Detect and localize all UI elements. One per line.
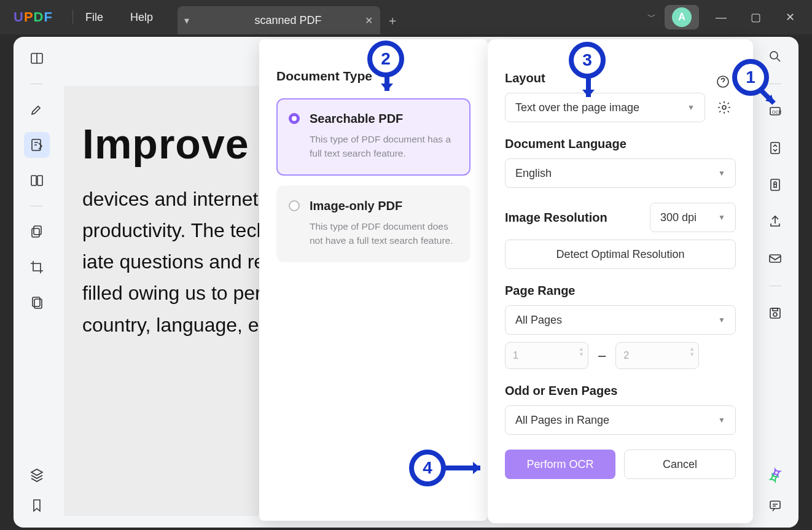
perform-ocr-button[interactable]: Perform OCR — [505, 450, 615, 479]
odd-even-label: Odd or Even Pages — [505, 384, 736, 398]
duplicate-tool-icon[interactable] — [24, 219, 50, 244]
layout-select[interactable]: Text over the page image▼ — [505, 93, 705, 122]
svg-rect-17 — [773, 308, 778, 311]
share-icon[interactable] — [763, 209, 787, 234]
svg-rect-5 — [32, 228, 39, 237]
right-toolbar-bottom — [757, 467, 794, 515]
language-select[interactable]: English▼ — [505, 158, 736, 188]
tab-bar: ▾ scanned PDF ✕ ＋ — [178, 0, 405, 34]
radio-icon — [289, 200, 300, 211]
spinner-icon: ▲▼ — [579, 346, 584, 357]
help-icon[interactable] — [711, 70, 735, 93]
svg-rect-18 — [770, 501, 780, 509]
left-toolbar — [18, 45, 55, 316]
svg-rect-13 — [774, 184, 776, 187]
searchable-pdf-option[interactable]: Searchable PDF This type of PDF document… — [276, 98, 470, 176]
tab-scanned-pdf[interactable]: scanned PDF ✕ — [196, 6, 380, 34]
highlight-tool-icon[interactable] — [24, 96, 50, 122]
avatar: A — [672, 7, 692, 27]
svg-rect-2 — [31, 176, 36, 185]
odd-even-select[interactable]: All Pages in Range▼ — [505, 405, 736, 435]
comment-icon[interactable] — [768, 498, 783, 515]
crop-tool-icon[interactable] — [24, 254, 50, 280]
svg-rect-12 — [771, 179, 779, 190]
ocr-panel: Layout Text over the page image▼ Documen… — [488, 39, 753, 523]
maximize-button[interactable]: ▢ — [738, 0, 773, 34]
svg-point-20 — [722, 106, 726, 109]
cancel-button[interactable]: Cancel — [624, 450, 736, 479]
layers-icon[interactable] — [29, 467, 44, 485]
save-icon[interactable] — [763, 301, 787, 325]
window-controls: ﹀ A — ▢ ✕ — [639, 0, 812, 34]
detect-resolution-button[interactable]: Detect Optimal Resolution — [505, 240, 736, 269]
chevron-down-icon: ▼ — [687, 103, 695, 112]
image-only-pdf-option[interactable]: Image-only PDF This type of PDF document… — [276, 185, 470, 263]
close-window-button[interactable]: ✕ — [773, 0, 807, 34]
menu-bar: File Help — [85, 11, 153, 24]
separator — [72, 10, 73, 25]
menu-help[interactable]: Help — [130, 11, 153, 24]
callout-1: 1 — [732, 59, 769, 96]
option-desc: This type of PDF document has a full tex… — [310, 132, 456, 161]
page-range-label: Page Range — [505, 284, 736, 298]
chevron-down-icon: ▼ — [718, 316, 725, 324]
document-type-panel: Document Type Searchable PDF This type o… — [259, 39, 488, 521]
tab-title: scanned PDF — [254, 14, 321, 27]
tab-dropdown-icon[interactable]: ▾ — [178, 6, 196, 34]
minimize-button[interactable]: — — [704, 0, 738, 34]
svg-point-16 — [773, 313, 777, 316]
convert-icon[interactable] — [763, 136, 787, 160]
option-desc: This type of PDF document does not have … — [310, 219, 456, 248]
gear-icon[interactable] — [712, 96, 736, 119]
reader-tool-icon[interactable] — [24, 45, 50, 71]
menu-file[interactable]: File — [85, 11, 103, 24]
left-toolbar-bottom — [18, 467, 55, 515]
canvas: OCR Improve devices and internet-bas ady… — [14, 37, 798, 528]
chevron-down-icon: ▼ — [718, 169, 725, 177]
compress-tool-icon[interactable] — [24, 290, 50, 316]
chevron-down-icon: ▼ — [718, 416, 725, 424]
option-title: Searchable PDF — [310, 112, 456, 126]
spinner-icon: ▲▼ — [689, 346, 695, 357]
protect-icon[interactable] — [763, 173, 787, 197]
account-dropdown-icon[interactable]: ﹀ — [639, 12, 665, 23]
workspace: OCR Improve devices and internet-bas ady… — [0, 34, 812, 530]
range-dash: – — [598, 348, 606, 364]
edit-tool-icon[interactable] — [24, 132, 50, 158]
mail-icon[interactable] — [763, 246, 787, 271]
titlebar: UPDF File Help ▾ scanned PDF ✕ ＋ ﹀ A — ▢… — [0, 0, 812, 34]
page-range-select[interactable]: All Pages▼ — [505, 305, 736, 335]
ai-icon[interactable] — [767, 467, 783, 486]
svg-rect-11 — [771, 142, 779, 154]
radio-icon — [289, 113, 300, 124]
range-from-input[interactable]: 1▲▼ — [505, 342, 588, 369]
close-tab-icon[interactable]: ✕ — [365, 15, 373, 26]
arrow-3 — [581, 74, 599, 110]
pages-tool-icon[interactable] — [24, 168, 50, 193]
callout-4: 4 — [409, 450, 446, 486]
app-logo: UPDF — [0, 9, 66, 25]
arrow-4 — [443, 461, 493, 481]
resolution-select[interactable]: 300 dpi▼ — [650, 203, 736, 232]
range-to-input[interactable]: 2▲▼ — [615, 342, 699, 369]
resolution-label: Image Resolution — [505, 211, 607, 225]
svg-rect-3 — [37, 176, 42, 185]
svg-point-8 — [770, 52, 778, 59]
callout-3: 3 — [569, 42, 606, 79]
search-icon[interactable] — [763, 44, 787, 69]
language-label: Document Language — [505, 137, 736, 151]
avatar-wrap[interactable]: A — [665, 5, 699, 29]
bookmark-icon[interactable] — [29, 498, 44, 515]
add-tab-button[interactable]: ＋ — [380, 6, 405, 34]
svg-rect-14 — [770, 255, 781, 262]
svg-rect-4 — [34, 226, 41, 235]
callout-2: 2 — [367, 41, 404, 77]
option-title: Image-only PDF — [310, 199, 456, 213]
layout-label: Layout — [505, 71, 736, 85]
chevron-down-icon: ▼ — [718, 213, 725, 222]
